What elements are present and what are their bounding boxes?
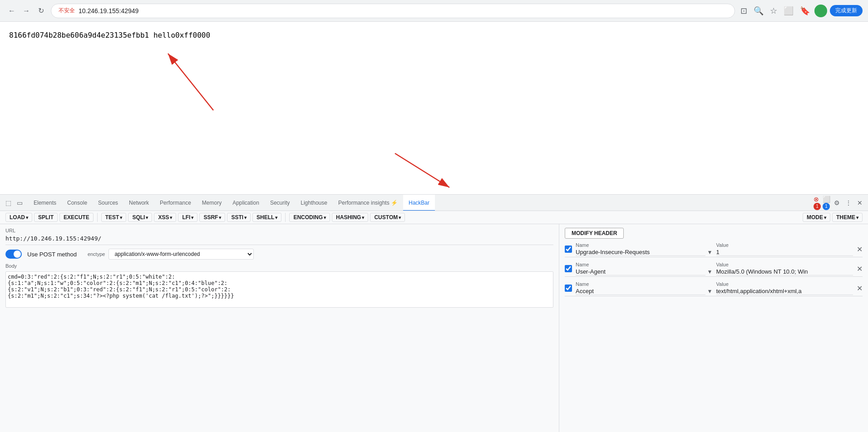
tab-console[interactable]: Console: [62, 195, 93, 211]
devtools-inspect-icon[interactable]: ⬚: [4, 198, 13, 207]
devtools-icon-buttons: ⬚ ▭: [4, 198, 25, 207]
body-section: Body cmd=0:3:"red":2:{s:2:"f1";N;s:2:"r1…: [5, 263, 553, 308]
back-button[interactable]: ←: [5, 5, 18, 17]
header-section-3: Name ▼ Value ✕: [565, 281, 863, 297]
nav-buttons: ← → ↻: [5, 5, 47, 17]
header-value-col-2: Value: [716, 262, 853, 275]
hackbar-execute-btn[interactable]: EXECUTE: [59, 213, 94, 222]
warning-badge: ⬜ 1: [823, 196, 830, 210]
header-name-label-1: Name: [576, 242, 713, 248]
tab-application[interactable]: Application: [227, 195, 265, 211]
header-name-input-1[interactable]: [576, 249, 705, 256]
address-text: 10.246.19.155:42949: [79, 7, 138, 15]
header-section-2: Name ▼ Value ✕: [565, 262, 863, 278]
header-name-dropdown-1[interactable]: ▼: [707, 249, 713, 255]
page-content: 8166fd074b28be606a9d4e23135efbb1 hello0x…: [0, 22, 868, 194]
post-enctype-section: Use POST method enctype application/x-ww…: [5, 249, 553, 260]
header-value-label-3: Value: [716, 281, 853, 287]
modify-header-button[interactable]: MODIFY HEADER: [565, 228, 624, 239]
header-close-3[interactable]: ✕: [857, 284, 863, 293]
header-value-label-1: Value: [716, 242, 853, 248]
hackbar-mode-btn[interactable]: MODE: [803, 213, 830, 222]
url-input[interactable]: [5, 234, 553, 243]
devtools-tab-actions: ⊗ 1 ⬜ 1 ⚙ ⋮ ✕: [814, 196, 864, 210]
tab-security[interactable]: Security: [265, 195, 295, 211]
header-checkbox-2[interactable]: [565, 265, 572, 272]
hackbar-theme-btn[interactable]: THEME: [832, 213, 863, 222]
hackbar-hashing-btn[interactable]: HASHING: [332, 213, 368, 222]
tab-sources[interactable]: Sources: [93, 195, 123, 211]
header-checkbox-3[interactable]: [565, 285, 572, 292]
forward-button[interactable]: →: [20, 5, 33, 17]
chrome-actions: ⊡ 🔍 ☆ ⬜ 🔖 完成更新: [739, 4, 863, 18]
body-textarea[interactable]: cmd=0:3:"red":2:{s:2:"f1";N;s:2:"r1";0:5…: [5, 271, 553, 308]
zoom-button[interactable]: 🔍: [752, 4, 765, 18]
tab-hackbar[interactable]: HackBar: [403, 195, 435, 211]
header-close-2[interactable]: ✕: [857, 265, 863, 273]
post-label: Use POST method: [27, 251, 77, 258]
hackbar-ssrf-btn[interactable]: SSRF: [199, 213, 225, 222]
tab-network[interactable]: Network: [123, 195, 154, 211]
header-name-dropdown-3[interactable]: ▼: [707, 288, 713, 295]
hackbar-lfi-btn[interactable]: LFI: [178, 213, 197, 222]
tab-lighthouse[interactable]: Lighthouse: [295, 195, 333, 211]
refresh-button[interactable]: ↻: [35, 5, 47, 17]
header-section-1: Name ▼ Value ✕: [565, 242, 863, 258]
tab-elements[interactable]: Elements: [28, 195, 62, 211]
hackbar-encoding-btn[interactable]: ENCODING: [289, 213, 330, 222]
hackbar-ssti-btn[interactable]: SSTI: [227, 213, 251, 222]
header-value-col-1: Value: [716, 242, 853, 256]
bookmark-button[interactable]: ☆: [768, 4, 779, 18]
hackbar-custom-btn[interactable]: CUSTOM: [370, 213, 405, 222]
header-value-input-2[interactable]: [716, 268, 853, 275]
header-name-input-3[interactable]: [576, 288, 705, 295]
toggle-knob: [14, 250, 21, 258]
header-row-2: Name ▼ Value ✕: [565, 262, 863, 275]
page-text: 8166fd074b28be606a9d4e23135efbb1 hello0x…: [9, 31, 859, 39]
tab-memory[interactable]: Memory: [197, 195, 227, 211]
enctype-label: enctype: [88, 251, 105, 257]
header-name-dropdown-2[interactable]: ▼: [707, 269, 713, 275]
header-close-1[interactable]: ✕: [857, 245, 863, 254]
header-divider-2: [565, 276, 863, 277]
update-button[interactable]: 完成更新: [830, 5, 863, 16]
hackbar-toolbar: LOAD SPLIT EXECUTE TEST SQLI XSS LFI SSR…: [0, 211, 868, 224]
svg-line-2: [168, 54, 213, 110]
tab-performance-insights[interactable]: Performance insights ⚡: [333, 195, 403, 211]
header-name-label-2: Name: [576, 262, 713, 267]
devtools-close-btn[interactable]: ✕: [855, 198, 864, 207]
bookmark2-button[interactable]: 🔖: [798, 4, 812, 18]
avatar[interactable]: [814, 5, 827, 17]
translate-button[interactable]: ⊡: [739, 4, 749, 18]
post-toggle-section: Use POST method: [5, 250, 77, 259]
devtools-more-btn[interactable]: ⋮: [843, 198, 853, 207]
url-section: URL: [5, 228, 553, 245]
devtools-settings-btn[interactable]: ⚙: [832, 198, 842, 207]
hackbar-left-panel: URL Use POST method enctype: [0, 224, 559, 432]
hackbar-xss-btn[interactable]: XSS: [154, 213, 176, 222]
hackbar-split-btn[interactable]: SPLIT: [34, 213, 58, 222]
devtools-device-icon[interactable]: ▭: [15, 198, 25, 207]
toolbar-sep-2: [285, 213, 286, 222]
header-divider-1: [565, 257, 863, 257]
header-value-input-1[interactable]: [716, 249, 853, 256]
tab-performance[interactable]: Performance: [154, 195, 197, 211]
header-value-input-3[interactable]: [716, 288, 853, 295]
enctype-select[interactable]: application/x-www-form-urlencoded multip…: [108, 249, 254, 260]
header-checkbox-1[interactable]: [565, 245, 572, 253]
hackbar-test-btn[interactable]: TEST: [101, 213, 127, 222]
extensions-button[interactable]: ⬜: [782, 4, 795, 18]
address-bar[interactable]: 不安全 10.246.19.155:42949: [51, 4, 735, 18]
hackbar-sqli-btn[interactable]: SQLI: [128, 213, 152, 222]
header-name-input-2[interactable]: [576, 268, 705, 275]
post-toggle[interactable]: [5, 250, 22, 259]
hackbar-right-panel: MODIFY HEADER Name ▼ Value: [559, 224, 868, 432]
header-value-col-3: Value: [716, 281, 853, 295]
hackbar-load-btn[interactable]: LOAD: [5, 213, 32, 222]
error-badge: ⊗ 1: [814, 196, 821, 210]
url-label: URL: [5, 228, 553, 233]
hackbar-shell-btn[interactable]: SHELL: [252, 213, 281, 222]
toolbar-sep-1: [97, 213, 98, 222]
header-row-3: Name ▼ Value ✕: [565, 281, 863, 295]
security-warning: 不安全: [59, 7, 75, 15]
